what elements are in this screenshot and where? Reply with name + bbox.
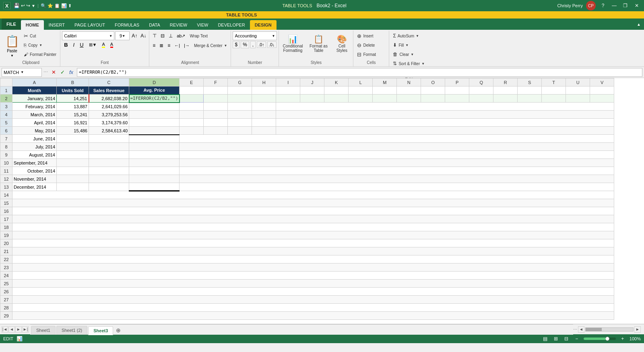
cell-J1[interactable] xyxy=(300,86,324,95)
cell-C4[interactable]: 3,279,253.56 xyxy=(89,111,129,119)
scroll-left-btn[interactable]: ◄ xyxy=(578,326,584,333)
cell-T2[interactable] xyxy=(542,95,566,103)
cell-K2[interactable] xyxy=(324,95,349,103)
cell-A7[interactable]: June, 2014 xyxy=(12,135,57,143)
cell-D3[interactable] xyxy=(129,103,180,111)
cell-D6[interactable] xyxy=(129,127,180,135)
zoom-slider[interactable] xyxy=(584,338,616,340)
col-header-P[interactable]: P xyxy=(445,78,469,86)
cell-G1[interactable] xyxy=(228,86,252,95)
sheet-tab-1[interactable]: Sheet1 xyxy=(31,326,56,335)
undo-qa-btn[interactable]: ↩ xyxy=(21,3,25,8)
cell-A2[interactable]: January, 2014 xyxy=(12,95,57,103)
cell-T1[interactable] xyxy=(542,86,566,95)
cell-C2[interactable]: 2,682,038.20 xyxy=(89,95,129,103)
cell-C10[interactable] xyxy=(89,159,129,167)
cancel-formula-btn[interactable]: ✕ xyxy=(50,68,58,76)
cell-G2[interactable] xyxy=(228,95,252,103)
cell-E4[interactable] xyxy=(180,111,204,119)
cell-B2[interactable]: 14,251 xyxy=(57,95,89,103)
sort-filter-btn[interactable]: ⇅ Sort & Filter ▼ xyxy=(391,59,427,68)
cell-styles-btn[interactable]: 🎨 Cell Styles xyxy=(332,31,351,56)
percent-btn[interactable]: % xyxy=(241,41,249,48)
cell-S1[interactable] xyxy=(518,86,542,95)
dollar-btn[interactable]: $ xyxy=(233,41,239,48)
name-box[interactable]: MATCH ▼ xyxy=(2,68,42,77)
cell-B1[interactable]: Units Sold xyxy=(57,86,89,95)
dec-inc-btn[interactable]: .0↑ xyxy=(257,41,266,48)
cell-A11[interactable]: October, 2014 xyxy=(12,167,57,175)
col-header-H[interactable]: H xyxy=(252,78,276,86)
col-header-B[interactable]: B xyxy=(57,78,89,86)
cell-H2[interactable] xyxy=(252,95,276,103)
cell-E1[interactable] xyxy=(180,86,204,95)
tab-developer[interactable]: DEVELOPER xyxy=(213,20,250,30)
minimize-btn[interactable]: — xyxy=(610,2,618,10)
fx-btn[interactable]: fx xyxy=(67,68,75,76)
qa-icon4[interactable]: 📊 xyxy=(61,3,67,8)
delete-cells-btn[interactable]: ⊖ Delete xyxy=(355,41,387,49)
cell-C12[interactable] xyxy=(89,175,129,183)
tab-file[interactable]: FILE xyxy=(2,19,21,30)
cell-H4[interactable] xyxy=(252,111,276,119)
col-header-Q[interactable]: Q xyxy=(469,78,493,86)
cell-D9[interactable] xyxy=(129,151,180,159)
cell-F4[interactable] xyxy=(204,111,228,119)
font-name-dropdown[interactable]: Calibri ▼ xyxy=(62,31,114,40)
sheet-tab-2[interactable]: Sheet1 (2) xyxy=(56,326,87,335)
cell-B10[interactable] xyxy=(57,159,89,167)
prev-sheet-btn[interactable]: ◄ xyxy=(8,326,15,333)
cut-button[interactable]: ✂ Cut xyxy=(22,31,58,40)
cell-U2[interactable] xyxy=(566,95,590,103)
cell-A4[interactable]: March, 2014 xyxy=(12,111,57,119)
align-right-btn[interactable]: ≡ xyxy=(166,41,172,49)
cell-J2[interactable] xyxy=(300,95,324,103)
cell-Q1[interactable] xyxy=(469,86,493,95)
cell-D11[interactable] xyxy=(129,167,180,175)
name-box-arrow[interactable]: ▼ xyxy=(21,70,24,74)
align-bottom-btn[interactable]: ⊥ xyxy=(167,32,174,40)
qa-icon5[interactable]: ⬆ xyxy=(68,3,72,8)
cell-R1[interactable] xyxy=(493,86,518,95)
cell-D8[interactable] xyxy=(129,143,180,151)
col-header-R[interactable]: R xyxy=(493,78,518,86)
dec-dec-btn[interactable]: .0↓ xyxy=(267,41,277,48)
col-header-K[interactable]: K xyxy=(324,78,349,86)
cell-H6[interactable] xyxy=(252,127,276,135)
cell-B4[interactable]: 15,241 xyxy=(57,111,89,119)
cell-B9[interactable] xyxy=(57,151,89,159)
format-as-table-btn[interactable]: 📋 Format as Table xyxy=(306,31,330,56)
cell-A9[interactable]: August, 2014 xyxy=(12,151,57,159)
cell-E3[interactable] xyxy=(180,103,204,111)
cell-I1[interactable] xyxy=(276,86,300,95)
cell-D7[interactable] xyxy=(129,135,180,143)
tab-formulas[interactable]: FORMULAS xyxy=(110,20,144,30)
cell-O1[interactable] xyxy=(421,86,445,95)
cell-D10[interactable] xyxy=(129,159,180,167)
cell-D12[interactable] xyxy=(129,175,180,183)
h-scroll-track[interactable] xyxy=(585,327,634,331)
cell-D2[interactable]: =IFERROR(C2/B2,"") xyxy=(129,95,180,103)
cell-D13[interactable] xyxy=(129,183,180,191)
cell-C6[interactable]: 2,584,613.40 xyxy=(89,127,129,135)
cell-C1[interactable]: Sales Revenue xyxy=(89,86,129,95)
col-header-O[interactable]: O xyxy=(421,78,445,86)
cell-U1[interactable] xyxy=(566,86,590,95)
sheet-area[interactable]: A B C D E F G H I J K L M N O P Q xyxy=(0,78,644,324)
name-box-options[interactable]: ⋯ xyxy=(43,70,48,75)
align-middle-btn[interactable]: ⊟ xyxy=(159,32,166,40)
font-size-dropdown[interactable]: 9 ▼ xyxy=(115,31,130,40)
tab-review[interactable]: REVIEW xyxy=(165,20,192,30)
col-header-S[interactable]: S xyxy=(518,78,542,86)
col-header-N[interactable]: N xyxy=(397,78,421,86)
tab-home[interactable]: HOME xyxy=(21,20,44,30)
next-sheet-btn[interactable]: ► xyxy=(15,326,22,333)
cell-H5[interactable] xyxy=(252,119,276,127)
cell-K1[interactable] xyxy=(324,86,349,95)
underline-btn[interactable]: U xyxy=(78,41,85,49)
cell-G3[interactable] xyxy=(228,103,252,111)
italic-btn[interactable]: I xyxy=(71,41,77,49)
cell-B5[interactable]: 16,921 xyxy=(57,119,89,127)
cell-A6[interactable]: May, 2014 xyxy=(12,127,57,135)
page-break-view-btn[interactable]: ⊟ xyxy=(563,335,570,342)
